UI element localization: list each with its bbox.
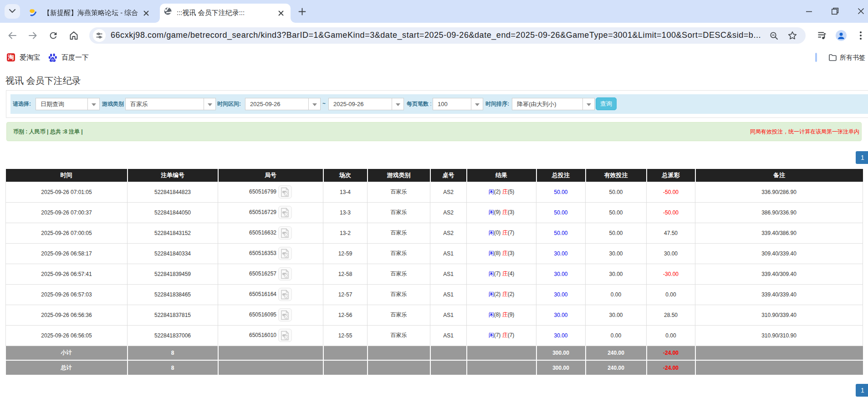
svg-text:du: du [51,58,55,61]
